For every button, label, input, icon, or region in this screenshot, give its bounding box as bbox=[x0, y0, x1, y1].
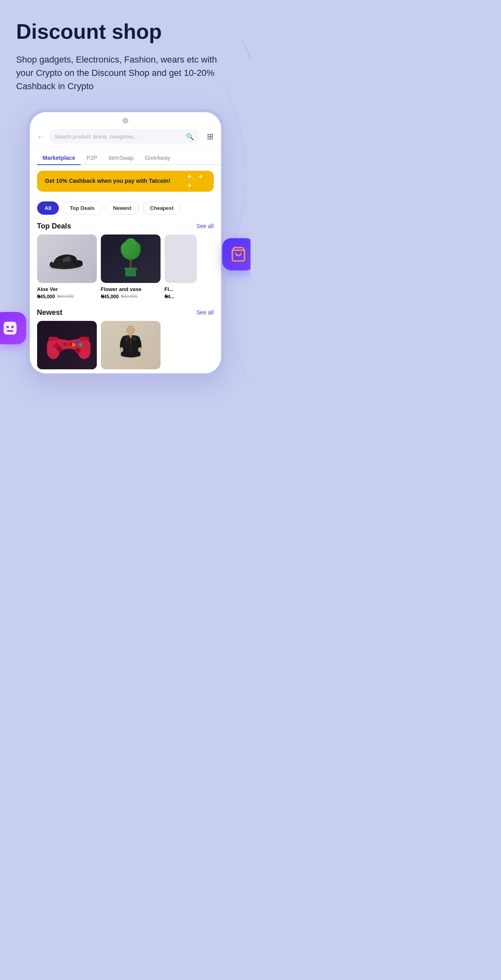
svg-point-2 bbox=[6, 326, 9, 328]
product-card-shoe[interactable]: Aloe Ver ₦45,000 ₦49,000 bbox=[37, 235, 97, 299]
newest-image-suit bbox=[101, 321, 161, 369]
newest-see-all[interactable]: See all bbox=[196, 309, 214, 316]
top-deals-title: Top Deals bbox=[37, 222, 71, 230]
svg-point-39 bbox=[130, 349, 132, 350]
bag-svg bbox=[230, 246, 246, 262]
svg-point-41 bbox=[138, 347, 142, 352]
newest-card-controller[interactable] bbox=[37, 321, 97, 369]
svg-point-3 bbox=[11, 326, 14, 328]
plant-illustration bbox=[117, 237, 145, 281]
nav-tabs: Marketplace P2P ItemSwap GiveAway bbox=[30, 147, 221, 165]
camera-dot bbox=[123, 118, 128, 124]
svg-point-24 bbox=[75, 341, 79, 344]
product-name-partial: Fl... bbox=[165, 286, 197, 292]
price-old-shoe: ₦49,000 bbox=[57, 294, 74, 299]
svg-point-25 bbox=[79, 343, 82, 346]
controller-illustration bbox=[41, 329, 93, 361]
promo-text: Get 10% Cashback when you pay with Tatco… bbox=[45, 177, 206, 185]
search-icon: 🔍 bbox=[186, 133, 194, 140]
smile-svg bbox=[2, 320, 18, 336]
tab-p2p[interactable]: P2P bbox=[81, 151, 102, 165]
search-field[interactable]: Search product, brand, categories... 🔍 bbox=[49, 129, 200, 144]
grid-icon[interactable]: ⊞ bbox=[207, 132, 214, 141]
phone-frame: ← Search product, brand, categories... 🔍… bbox=[27, 109, 224, 377]
product-name-shoe: Aloe Ver bbox=[37, 286, 97, 292]
filter-chips: All Top Deals Newest Cheapest bbox=[30, 197, 221, 219]
svg-rect-34 bbox=[48, 337, 58, 340]
product-prices-shoe: ₦45,000 ₦49,000 bbox=[37, 294, 97, 299]
search-placeholder: Search product, brand, categories... bbox=[55, 134, 138, 140]
svg-point-19 bbox=[123, 242, 138, 258]
product-image-shoe bbox=[37, 235, 97, 283]
svg-point-33 bbox=[76, 349, 79, 352]
promo-banner: Get 10% Cashback when you pay with Tatco… bbox=[37, 171, 214, 192]
search-bar: ← Search product, brand, categories... 🔍… bbox=[30, 126, 221, 147]
tab-itemswap[interactable]: ItemSwap bbox=[103, 151, 139, 165]
newest-title: Newest bbox=[37, 308, 63, 317]
svg-point-31 bbox=[58, 347, 61, 351]
product-prices-plant: ₦45,000 ₦49,000 bbox=[101, 294, 161, 299]
svg-rect-4 bbox=[7, 330, 13, 332]
product-image-partial bbox=[165, 235, 197, 283]
svg-rect-35 bbox=[79, 337, 89, 340]
price-old-plant: ₦49,000 bbox=[121, 294, 138, 299]
product-card-partial: Fl... ₦4... bbox=[165, 235, 197, 299]
chip-newest[interactable]: Newest bbox=[105, 201, 139, 215]
price-current-shoe: ₦45,000 bbox=[37, 294, 55, 299]
price-current-partial: ₦4... bbox=[165, 294, 175, 299]
top-deals-see-all[interactable]: See all bbox=[196, 223, 214, 229]
top-deals-products: Aloe Ver ₦45,000 ₦49,000 bbox=[30, 235, 221, 305]
svg-point-29 bbox=[69, 342, 72, 346]
product-card-plant[interactable]: Flower and vase ₦45,000 ₦49,000 bbox=[101, 235, 161, 299]
chip-all[interactable]: All bbox=[37, 201, 59, 215]
newest-image-controller bbox=[37, 321, 97, 369]
product-prices-partial: ₦4... bbox=[165, 294, 197, 299]
header-section: Discount shop Shop gadgets, Electronics,… bbox=[0, 0, 250, 101]
product-name-plant: Flower and vase bbox=[101, 286, 161, 292]
back-icon[interactable]: ← bbox=[37, 132, 45, 141]
price-current-plant: ₦45,000 bbox=[101, 294, 119, 299]
shoe-illustration bbox=[45, 243, 89, 275]
svg-point-28 bbox=[63, 342, 67, 346]
floating-smile-icon bbox=[0, 312, 26, 344]
chip-cheapest[interactable]: Cheapest bbox=[142, 201, 182, 215]
chip-top-deals[interactable]: Top Deals bbox=[62, 201, 102, 215]
product-image-plant bbox=[101, 235, 161, 283]
newest-header: Newest See all bbox=[30, 305, 221, 321]
svg-rect-11 bbox=[124, 268, 137, 270]
top-deals-header: Top Deals See all bbox=[30, 219, 221, 235]
phone-mockup: ← Search product, brand, categories... 🔍… bbox=[0, 101, 250, 377]
svg-rect-1 bbox=[4, 322, 17, 335]
suit-illustration bbox=[117, 323, 145, 367]
promo-stars: ✦ ✦✦ bbox=[186, 172, 205, 190]
page-subtitle: Shop gadgets, Electronics, Fashion, wear… bbox=[16, 53, 234, 93]
tab-giveaway[interactable]: GiveAway bbox=[139, 151, 176, 165]
svg-point-38 bbox=[130, 346, 132, 348]
svg-point-40 bbox=[119, 347, 123, 352]
floating-bag-icon bbox=[222, 238, 250, 270]
tab-marketplace[interactable]: Marketplace bbox=[37, 151, 81, 165]
newest-card-suit[interactable] bbox=[101, 321, 161, 369]
svg-point-9 bbox=[73, 260, 83, 266]
page-title: Discount shop bbox=[16, 20, 234, 43]
svg-point-36 bbox=[126, 325, 135, 335]
phone-notch bbox=[30, 112, 221, 126]
newest-products bbox=[30, 321, 221, 373]
